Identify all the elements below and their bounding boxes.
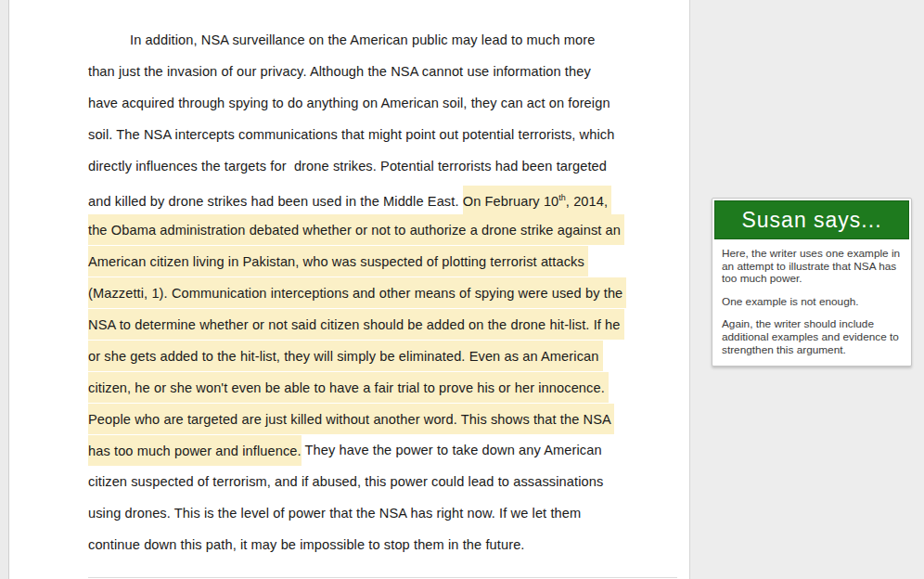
ordinal-superscript: th	[558, 193, 566, 202]
highlighted-text-run: On February 10	[463, 186, 559, 216]
text-run: In addition, NSA surveillance on the Ame…	[130, 32, 595, 47]
document-line: In addition, NSA surveillance on the Ame…	[88, 24, 626, 56]
highlighted-text-run: NSA to determine whether or not said cit…	[88, 309, 624, 340]
document-line: NSA to determine whether or not said cit…	[88, 308, 626, 340]
highlighted-text-run: th	[558, 186, 566, 216]
comment-body: Here, the writer uses one example in an …	[712, 241, 911, 364]
highlighted-text-run: or she gets added to the hit-list, they …	[88, 341, 603, 371]
document-line: citizen, he or she won't even be able to…	[88, 371, 626, 403]
document-line: (Mazzetti, 1). Communication interceptio…	[88, 277, 626, 308]
text-run: continue down this path, it may be impos…	[88, 537, 525, 552]
text-run: citizen suspected of terrorism, and if a…	[88, 474, 603, 489]
text-run: using drones. This is the level of power…	[88, 506, 581, 521]
highlighted-text-run: American citizen living in Pakistan, who…	[88, 246, 588, 277]
comment-title: Susan says...	[741, 208, 881, 232]
highlighted-text-run: has too much power and influence.	[88, 435, 302, 466]
essay-paragraph[interactable]: In addition, NSA surveillance on the Ame…	[88, 24, 626, 560]
document-line: than just the invasion of our privacy. A…	[88, 56, 626, 87]
text-run: directly influences the targets for dron…	[88, 159, 607, 174]
text-run: They have the power to take down any Ame…	[302, 443, 602, 457]
comment-paragraph: One example is not enough.	[722, 296, 902, 309]
document-line: continue down this path, it may be impos…	[88, 529, 626, 560]
comment-header: Susan says...	[714, 200, 909, 239]
left-gutter	[0, 0, 9, 579]
highlighted-text-run: the Obama administration debated whether…	[88, 214, 624, 245]
document-line: has too much power and influence. They h…	[88, 434, 626, 466]
highlighted-text-run: citizen, he or she won't even be able to…	[88, 372, 609, 403]
text-run: have acquired through spying to do anyth…	[88, 96, 610, 110]
text-run: than just the invasion of our privacy. A…	[88, 64, 591, 79]
text-run: and killed by drone strikes had been use…	[88, 194, 463, 209]
document-line: using drones. This is the level of power…	[88, 497, 626, 529]
document-page[interactable]: In addition, NSA surveillance on the Ame…	[9, 0, 690, 579]
document-line: citizen suspected of terrorism, and if a…	[88, 466, 626, 497]
document-line: the Obama administration debated whether…	[88, 213, 626, 245]
document-line: and killed by drone strikes had been use…	[88, 182, 626, 213]
text-run: soil. The NSA intercepts communications …	[88, 127, 614, 142]
document-line: have acquired through spying to do anyth…	[88, 87, 626, 119]
document-line: People who are targeted are just killed …	[88, 403, 626, 434]
document-line: soil. The NSA intercepts communications …	[88, 119, 626, 150]
comment-card: Susan says... Here, the writer uses one …	[712, 198, 912, 367]
comment-paragraph: Here, the writer uses one example in an …	[722, 248, 902, 286]
page-bottom-rule	[88, 577, 677, 578]
document-line: American citizen living in Pakistan, who…	[88, 245, 626, 277]
screen: { "document": { "lines": [ { "indent": t…	[0, 0, 924, 579]
highlighted-text-run: People who are targeted are just killed …	[88, 404, 614, 434]
highlighted-text-run: (Mazzetti, 1). Communication interceptio…	[88, 277, 626, 308]
highlighted-text-run: , 2014,	[566, 186, 611, 216]
comment-paragraph: Again, the writer should include additio…	[722, 318, 902, 356]
document-line: directly influences the targets for dron…	[88, 150, 626, 182]
document-line: or she gets added to the hit-list, they …	[88, 340, 626, 371]
